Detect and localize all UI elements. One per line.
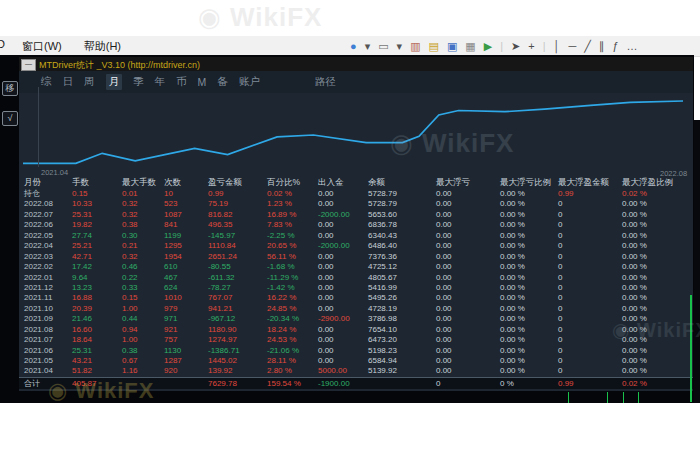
cell: 0.00 % bbox=[622, 346, 647, 356]
new-order-icon[interactable]: ▥ bbox=[410, 40, 420, 52]
cell: 4725.12 bbox=[368, 262, 397, 272]
cell: 25.31 bbox=[72, 346, 92, 356]
vertical-line-icon[interactable]: │ bbox=[554, 40, 561, 52]
cell: 0.00 % bbox=[622, 262, 647, 272]
table-row-2021.06[interactable]: 2021.0625.310.381130-1386.71-21.06 %0.00… bbox=[19, 346, 693, 356]
cell: 0.30 bbox=[122, 231, 138, 241]
cell: 0.32 bbox=[122, 210, 138, 220]
chart-template-icon[interactable]: ▤ bbox=[429, 40, 439, 52]
column-header-10[interactable]: 最大浮盈金额 bbox=[558, 176, 609, 189]
cell: 2022.02 bbox=[24, 262, 53, 272]
tab-账户[interactable]: 账户 bbox=[239, 75, 260, 89]
column-header-6[interactable]: 出入金 bbox=[318, 176, 344, 189]
menu-item-0[interactable]: 窗口(W) bbox=[22, 39, 62, 54]
menu-item-1[interactable]: 帮助(H) bbox=[84, 39, 121, 54]
tab-季[interactable]: 季 bbox=[133, 75, 144, 89]
indicators-icon[interactable]: ● bbox=[350, 40, 357, 52]
cell: 0 bbox=[558, 199, 562, 209]
table-row-2021.04[interactable]: 2021.0451.821.16920139.922.80 %5000.0051… bbox=[19, 366, 693, 376]
cell: -1.42 % bbox=[267, 283, 295, 293]
channel-icon[interactable]: ∥ bbox=[599, 40, 605, 52]
cell: 1010 bbox=[164, 293, 182, 303]
cell: 0.00 bbox=[318, 189, 334, 199]
cell: 0 bbox=[558, 314, 562, 324]
cell: 0 bbox=[558, 283, 562, 293]
column-header-11[interactable]: 最大浮盈比例 bbox=[622, 176, 673, 189]
cell: 20.39 bbox=[72, 304, 92, 314]
panel-titlebar[interactable]: — MTDriver统计 _V3.10 (http://mtdriver.cn) bbox=[19, 57, 693, 71]
cell: 7.83 % bbox=[267, 220, 292, 230]
tab-日[interactable]: 日 bbox=[63, 75, 74, 89]
trendline-icon[interactable]: ╱ bbox=[584, 40, 591, 52]
cell: 2021.09 bbox=[24, 314, 53, 324]
check-button[interactable]: √ bbox=[2, 111, 18, 126]
column-header-7[interactable]: 余额 bbox=[368, 176, 385, 189]
column-header-9[interactable]: 最大浮亏比例 bbox=[500, 176, 551, 189]
table-row-2022.05[interactable]: 2022.0527.740.301199-145.97-2.25 %0.0063… bbox=[19, 231, 693, 241]
cell: 7629.78 bbox=[208, 378, 237, 389]
fibonacci-icon[interactable]: ƒ bbox=[612, 40, 618, 52]
auto-trading-icon[interactable]: ▶ bbox=[484, 40, 492, 52]
chart-grid-icon[interactable]: ▦ bbox=[465, 40, 475, 52]
column-header-2[interactable]: 最大手数 bbox=[122, 176, 156, 189]
table-row-2022.04[interactable]: 2022.0425.210.2112951110.8420.65 %-2000.… bbox=[19, 241, 693, 251]
table-row-2022.02[interactable]: 2022.0217.420.46610-80.55-1.68 %0.004725… bbox=[19, 262, 693, 272]
table-row-2022.03[interactable]: 2022.0342.710.3219542651.2456.11 %0.0073… bbox=[19, 252, 693, 262]
column-header-1[interactable]: 手数 bbox=[72, 176, 89, 189]
table-row-2021.11[interactable]: 2021.1116.880.151010767.0716.22 %0.00549… bbox=[19, 293, 693, 303]
crosshair-icon[interactable]: + bbox=[528, 40, 534, 52]
tab-月[interactable]: 月 bbox=[106, 74, 123, 90]
cell: 2022.06 bbox=[24, 220, 53, 230]
column-header-5[interactable]: 百分比% bbox=[267, 176, 300, 189]
tab-周[interactable]: 周 bbox=[84, 75, 95, 89]
tab-备[interactable]: 备 bbox=[217, 75, 228, 89]
dropdown-caret-icon[interactable]: ▾ bbox=[397, 40, 403, 52]
cell: 0.15 bbox=[72, 189, 88, 199]
cell: 0.00 % bbox=[622, 231, 647, 241]
table-row-2022.07[interactable]: 2022.0725.310.321087816.8216.89 %-2000.0… bbox=[19, 210, 693, 220]
tab-bar: 综日周月季年币M备账户路径 bbox=[19, 71, 693, 93]
tab-币[interactable]: 币 bbox=[176, 75, 187, 89]
cell: 0.99 bbox=[558, 189, 574, 199]
cursor-icon[interactable]: ➤ bbox=[511, 40, 520, 52]
cell: 0.02 % bbox=[622, 189, 647, 199]
table-row-持仓[interactable]: 持仓0.150.01100.990.02 %0.005728.790.000.0… bbox=[19, 189, 693, 199]
cell: 0.00 % bbox=[622, 335, 647, 345]
cell: -2000.00 bbox=[318, 210, 350, 220]
chart-axis-line bbox=[38, 87, 39, 167]
tab-年[interactable]: 年 bbox=[155, 75, 166, 89]
table-row-2022.06[interactable]: 2022.0619.820.38841496.357.83 %0.006836.… bbox=[19, 220, 693, 230]
column-header-0[interactable]: 月份 bbox=[24, 176, 41, 189]
equity-chart[interactable] bbox=[19, 93, 693, 167]
cell: 24.53 % bbox=[267, 335, 296, 345]
cell: 0.38 bbox=[122, 220, 138, 230]
more-tools-icon[interactable]: … bbox=[627, 40, 638, 52]
tab-综[interactable]: 综 bbox=[41, 75, 52, 89]
table-row-2021.10[interactable]: 2021.1020.391.00979941.2124.85 %0.004728… bbox=[19, 304, 693, 314]
column-header-8[interactable]: 最大浮亏 bbox=[436, 176, 470, 189]
cell: 5495.26 bbox=[368, 293, 397, 303]
cell: -2000.00 bbox=[318, 241, 350, 251]
table-row-2022.01[interactable]: 2022.019.640.22467-611.32-11.29 %0.00480… bbox=[19, 273, 693, 283]
timeframes-icon[interactable]: ▭ bbox=[378, 40, 388, 52]
horizontal-line-icon[interactable]: ─ bbox=[568, 40, 576, 52]
dropdown-caret-icon[interactable]: ▾ bbox=[365, 40, 371, 52]
cell: 0.67 bbox=[122, 356, 138, 366]
cell: 5653.60 bbox=[368, 210, 397, 220]
minimize-button[interactable]: — bbox=[21, 59, 36, 71]
table-row-2021.09[interactable]: 2021.0921.460.44971-967.12-20.34 %-2900.… bbox=[19, 314, 693, 324]
cell: 0 % bbox=[500, 378, 514, 389]
table-row-2021.07[interactable]: 2021.0718.641.007571274.9724.53 %0.00647… bbox=[19, 335, 693, 345]
table-row-2022.08[interactable]: 2022.0810.330.3252375.191.23 %0.005728.7… bbox=[19, 199, 693, 209]
column-header-3[interactable]: 次数 bbox=[164, 176, 181, 189]
table-row-2021.05[interactable]: 2021.0543.210.6712871445.0228.11 %0.0065… bbox=[19, 356, 693, 366]
tab-路径[interactable]: 路径 bbox=[315, 75, 336, 89]
move-button[interactable]: 移 bbox=[2, 81, 18, 96]
cell: 757 bbox=[164, 335, 177, 345]
cell: 17.42 bbox=[72, 262, 92, 272]
table-row-2021.12[interactable]: 2021.1213.230.33624-78.27-1.42 %0.005416… bbox=[19, 283, 693, 293]
tab-M[interactable]: M bbox=[198, 76, 207, 88]
chart-window-icon[interactable]: ▣ bbox=[447, 40, 457, 52]
table-row-2021.08[interactable]: 2021.0816.600.949211180.9018.24 %0.00765… bbox=[19, 325, 693, 335]
column-header-4[interactable]: 盈亏金额 bbox=[208, 176, 242, 189]
